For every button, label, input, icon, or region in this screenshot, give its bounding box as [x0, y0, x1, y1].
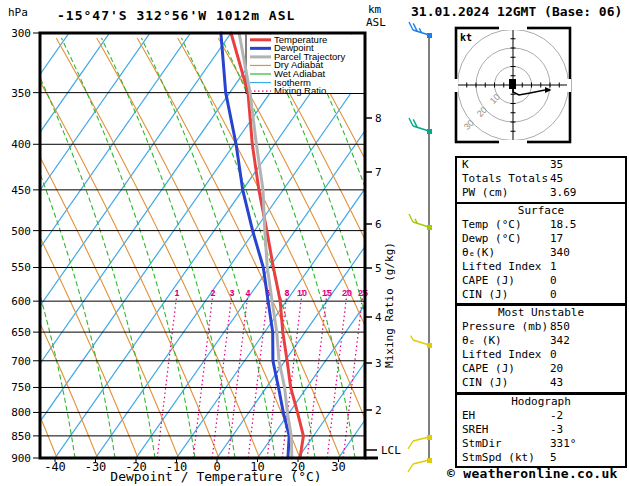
wind-barb-column: [408, 22, 432, 472]
wind-barb-tick: [409, 214, 413, 222]
legend-item-label: Mixing Ratio: [274, 85, 326, 96]
wind-barb-shaft: [413, 340, 429, 345]
km-axis-label: 8: [375, 112, 382, 125]
datetime-label: 31.01.2024 12GMT (Base: 06): [411, 4, 622, 19]
dewpoint-curve: [221, 33, 289, 458]
lcl-label: LCL: [381, 444, 401, 457]
dry-adiabat-line: [137, 38, 340, 458]
wind-barb: [408, 458, 432, 472]
mixing-ratio-value-label: 15: [322, 288, 332, 298]
pressure-unit-label: hPa: [8, 6, 28, 19]
wet-adiabat-line: [0, 38, 75, 458]
wind-barb-tick: [409, 118, 413, 126]
pressure-axis-label: 600: [11, 295, 31, 308]
pressure-axis-label: 500: [11, 225, 31, 238]
hodograph-border-gap: [499, 140, 527, 144]
wind-barb-shaft: [413, 126, 429, 131]
pressure-axis-label: 400: [11, 138, 31, 151]
wet-adiabat-line: [0, 38, 115, 458]
mixing-ratio-line: [212, 288, 232, 458]
hodograph-unit-label: kt: [460, 32, 472, 43]
hodograph-border-gap: [454, 79, 458, 92]
km-axis-label: 7: [375, 166, 382, 179]
dry-adiabat-line: [259, 38, 462, 458]
pressure-axis-label: 750: [11, 381, 31, 394]
dry-adiabat-line: [0, 38, 178, 458]
hodograph: 102030: [454, 26, 571, 144]
dry-adiabat-line: [16, 38, 219, 458]
mixing-ratio-axis-label: Mixing Ratio (g/kg): [383, 242, 396, 368]
hodograph-border-gap: [499, 26, 527, 30]
pressure-axis-label: 900: [11, 452, 31, 465]
mixing-ratio-value-label: 8: [284, 288, 289, 298]
pressure-axis-label: 850: [11, 430, 31, 443]
mixing-ratio-value-label: 25: [358, 288, 368, 298]
pressure-axis-label: 800: [11, 406, 31, 419]
mixing-ratio-value-label: 4: [245, 288, 250, 298]
wet-adiabat-line: [0, 38, 35, 458]
hodograph-origin-marker: [509, 79, 516, 89]
wind-barb-tick: [408, 464, 413, 472]
pressure-axis-label: 350: [11, 87, 31, 100]
chart-legend: TemperatureDewpointParcel TrajectoryDry …: [246, 34, 365, 96]
wind-barb-tick: [408, 441, 413, 449]
temp-axis-title: Dewpoint / Temperature (°C): [110, 469, 321, 484]
km-axis-label: 2: [375, 404, 382, 417]
dry-adiabat-line: [0, 38, 138, 458]
mixing-ratio-value-label: 3: [229, 288, 234, 298]
wind-barb-half-tick: [411, 336, 413, 340]
km-axis-label: 6: [375, 218, 382, 231]
km-axis-label: 3: [375, 357, 382, 370]
isotherm-line: [55, 33, 353, 458]
mixing-ratio-value-label: 1: [174, 288, 179, 298]
footer-credit: © weatheronline.co.uk: [447, 466, 618, 481]
altitude-unit-asl-label: ASL: [366, 16, 386, 29]
temp-axis-label: -30: [85, 460, 107, 474]
wind-barb: [408, 435, 432, 449]
wind-barb-shaft: [413, 460, 429, 464]
km-axis-label: 4: [375, 311, 382, 324]
pressure-axis-label: 650: [11, 326, 31, 339]
mixing-ratio-line: [157, 288, 177, 458]
wind-barb-marker: [427, 129, 432, 134]
mixing-ratio-line: [343, 288, 363, 458]
dry-adiabat-line: [0, 38, 57, 458]
sounding-chart-page: hPa -15°47'S 312°56'W 1012m ASL km ASL 1…: [0, 0, 629, 486]
mixing-ratio-line: [248, 288, 268, 458]
temp-axis-label: 30: [331, 460, 345, 474]
dry-adiabat-line: [56, 38, 259, 458]
pressure-axis-label: 700: [11, 355, 31, 368]
wind-barb-shaft: [413, 437, 429, 441]
hodograph-border-gap: [567, 79, 571, 92]
mixing-ratio-value-label: 2: [210, 288, 215, 298]
temp-axis-label: -40: [44, 460, 66, 474]
pressure-axis-label: 300: [11, 27, 31, 40]
wind-barb-tick: [409, 22, 413, 30]
wet-adiabat-line: [301, 38, 435, 458]
isotherm-line: [15, 33, 313, 458]
wind-barb-marker: [427, 225, 432, 230]
wet-adiabat-line: [61, 38, 195, 458]
skewt-chart: hPa -15°47'S 312°56'W 1012m ASL km ASL 1…: [0, 0, 629, 486]
isotherm-line: [96, 33, 394, 458]
wind-barb-marker: [427, 343, 432, 348]
chart-title: -15°47'S 312°56'W 1012m ASL: [57, 8, 295, 23]
dry-adiabat-line: [0, 38, 98, 458]
pressure-axis-label: 550: [11, 261, 31, 274]
isotherm-line: [0, 33, 231, 458]
altitude-unit-km-label: km: [368, 3, 382, 16]
pressure-axis-label: 450: [11, 184, 31, 197]
wind-barb: [409, 22, 432, 38]
wind-barb-shaft: [413, 222, 429, 227]
wind-barb-marker: [427, 33, 432, 38]
mixing-ratio-value-label: 20: [342, 288, 352, 298]
km-axis-label: 5: [375, 262, 382, 275]
mixing-ratio-value-label: 10: [297, 288, 307, 298]
